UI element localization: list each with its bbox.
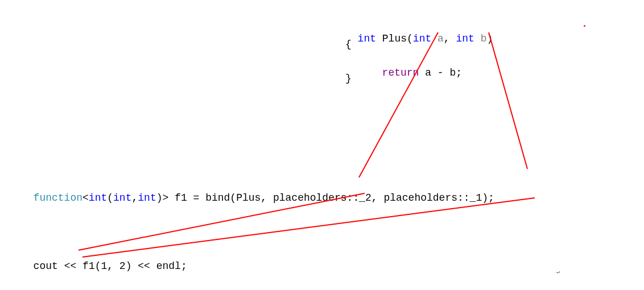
keyword-int: int [113,192,131,204]
arrow-b-to-placeholder1 [489,32,527,169]
cout-line: cout << f1(1, 2) << endl; [21,249,187,272]
annotation-svg [0,0,644,290]
lt: < [82,192,89,204]
keyword-return: return [382,67,419,78]
return-expr: a - b; [419,67,462,78]
red-dot [584,25,585,27]
close-paren-gt: )> [156,192,169,204]
bind-call: bind [199,192,230,204]
close-paren: ) [486,33,493,44]
f1-var: f1 [168,192,193,204]
paren-open: ( [107,192,113,204]
stream-op: << [64,260,77,272]
paragraph-mark: ↵ [556,268,560,275]
keyword-int: int [89,192,107,204]
func-name-plus: Plus( [376,33,413,44]
keyword-int: int [413,33,431,44]
arrow-placeholder1-to-arg [82,198,535,257]
equals: = [193,192,200,204]
param-b: b [474,33,487,44]
keyword-function: function [34,192,82,204]
cout: cout [34,260,64,272]
stream-op: << [138,260,150,272]
keyword-int: int [358,33,376,44]
comma: , [131,192,138,204]
brace-open: { [345,39,352,50]
param-a: a [431,33,444,44]
return-line: return a - b; [370,56,462,78]
bind-args: (Plus, placeholders::_2, placeholders::_… [230,192,494,204]
keyword-int: int [456,33,474,44]
keyword-int: int [138,192,156,204]
f1-call: f1(1, 2) [76,260,138,272]
brace-close: } [345,73,352,84]
endl: endl; [150,260,187,272]
func-signature-line: int Plus(int a, int b) [345,22,493,44]
bind-line: function<int(int,int)> f1 = bind(Plus, p… [21,181,494,204]
comma: , [444,33,456,44]
arrow-a-to-placeholder2 [359,32,438,177]
